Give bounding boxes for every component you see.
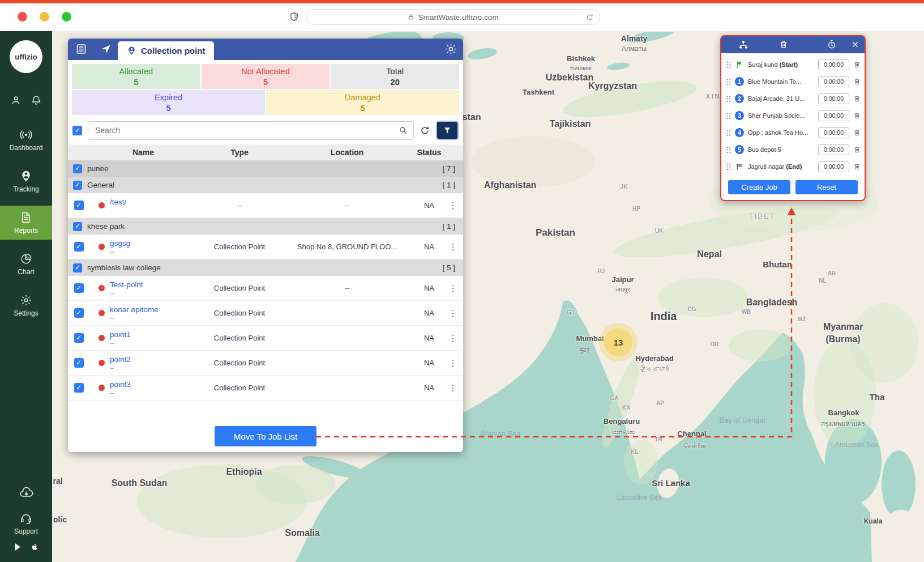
apple-icon[interactable] [30,542,39,552]
name-stack: point3-- [110,380,131,396]
map-cluster-marker[interactable]: 13 [604,328,632,356]
stop-time-input[interactable]: 0:00:00 [818,59,849,70]
delete-stop-button[interactable] [853,61,861,69]
column-header-name[interactable]: Name [89,148,197,157]
map-label: Bhutan [763,259,792,269]
row-menu-button[interactable]: ⋮ [446,358,460,368]
map-label: Bangkok [828,408,859,417]
delete-stop-button[interactable] [853,163,861,171]
group-row[interactable]: ✓General[ 1 ] [68,177,463,193]
row-checkbox[interactable]: ✓ [74,383,84,393]
drag-handle[interactable] [726,163,731,171]
list-icon[interactable] [75,43,87,55]
row-menu-button[interactable]: ⋮ [446,308,460,318]
gear-icon[interactable] [444,42,457,56]
drag-handle[interactable] [726,146,731,154]
minimize-window-button[interactable] [40,12,49,22]
point-name-link[interactable]: point2 [110,355,131,364]
delete-stop-button[interactable] [853,146,861,154]
group-row[interactable]: ✓khese park[ 1 ] [68,218,463,235]
clear-all-trash-icon[interactable] [779,40,788,49]
download-icon[interactable] [19,486,34,500]
stop-time-input[interactable]: 0:00:00 [818,76,849,87]
group-row[interactable]: ✓punee[ 7 ] [68,160,463,177]
group-checkbox[interactable]: ✓ [73,164,82,173]
job-stop-row: Suraj kund (Start)0:00:00 [724,56,862,73]
status-dot [99,244,105,250]
sidebar-item-settings[interactable]: Settings [0,288,52,322]
row-menu-button[interactable]: ⋮ [446,283,460,293]
point-name-link[interactable]: konar epitome [110,305,159,314]
sidebar-item-reports[interactable]: Reports [0,206,52,240]
column-header-type[interactable]: Type [197,148,282,157]
group-checkbox[interactable]: ✓ [73,263,82,273]
app-logo[interactable]: uffizio [10,40,42,73]
group-row[interactable]: ✓symbiosis law college[ 5 ] [68,259,463,276]
notifications-icon[interactable] [31,95,42,106]
reload-icon[interactable] [585,13,594,22]
row-menu-button[interactable]: ⋮ [446,201,460,211]
sidebar-item-tracking[interactable]: Tracking [0,164,52,198]
stop-time-input[interactable]: 0:00:00 [818,161,849,172]
stop-number: 4 [735,128,744,137]
timer-icon[interactable] [827,39,837,50]
delete-stop-button[interactable] [853,112,861,120]
stop-time-input[interactable]: 0:00:00 [818,93,849,104]
create-job-button[interactable]: Create Job [728,180,790,194]
select-all-checkbox[interactable]: ✓ [72,126,82,135]
row-checkbox[interactable]: ✓ [74,283,84,293]
sidebar-item-dashboard[interactable]: Dashboard [0,123,52,157]
row-checkbox[interactable]: ✓ [74,358,84,368]
user-icon[interactable] [10,95,22,106]
delete-stop-button[interactable] [853,95,861,103]
row-checkbox[interactable]: ✓ [74,201,84,210]
column-header-status[interactable]: Status [412,148,446,157]
delete-stop-button[interactable] [853,129,861,137]
stop-marker [734,163,745,171]
drag-handle[interactable] [726,112,731,120]
stop-time-input[interactable]: 0:00:00 [818,144,849,155]
drag-handle[interactable] [726,61,731,69]
row-menu-button[interactable]: ⋮ [446,242,460,252]
row-checkbox[interactable]: ✓ [74,333,84,343]
row-checkbox[interactable]: ✓ [74,308,84,318]
route-icon[interactable] [738,40,748,50]
shield-icon[interactable] [289,11,300,23]
column-header-location[interactable]: Location [282,148,412,157]
point-name-link[interactable]: point1 [110,330,131,339]
point-name-link[interactable]: Test-point [110,280,143,289]
filter-button[interactable] [436,121,459,140]
point-name-link[interactable]: /test/ [110,198,126,206]
search-icon[interactable] [399,126,408,135]
zoom-window-button[interactable] [62,12,71,22]
reset-button[interactable]: Reset [795,180,858,194]
sidebar-item-chart[interactable]: Chart [0,247,52,281]
row-checkbox-cell: ✓ [68,383,89,393]
point-name-link[interactable]: point3 [110,380,131,389]
row-checkbox[interactable]: ✓ [74,242,84,252]
drag-handle[interactable] [726,129,731,137]
group-checkbox[interactable]: ✓ [73,222,82,231]
group-checkbox[interactable]: ✓ [73,181,82,190]
row-menu-button[interactable]: ⋮ [446,383,460,393]
delete-stop-button[interactable] [853,78,861,86]
drag-handle[interactable] [726,78,731,86]
google-play-icon[interactable] [14,542,23,552]
move-to-job-list-button[interactable]: Move To Job List [215,426,316,446]
point-name-link[interactable]: gsgsg [110,239,130,248]
stop-time-input[interactable]: 0:00:00 [818,110,849,121]
stop-time-input[interactable]: 0:00:00 [818,127,849,138]
refresh-icon[interactable] [420,125,430,136]
address-bar[interactable]: SmartWaste.uffizio.com [306,9,600,25]
point-location: -- [282,201,412,210]
navigation-arrow-icon[interactable] [101,44,112,54]
tab-collection-point[interactable]: Collection point [118,41,214,60]
map-label: Myanmar [823,322,863,332]
sidebar-item-support[interactable]: Support [14,512,38,535]
close-window-button[interactable] [18,12,27,22]
row-menu-button[interactable]: ⋮ [446,333,460,343]
close-icon[interactable] [851,40,859,49]
drag-handle[interactable] [726,95,731,103]
search-input[interactable] [94,125,394,135]
stop-marker: 2 [734,94,745,103]
